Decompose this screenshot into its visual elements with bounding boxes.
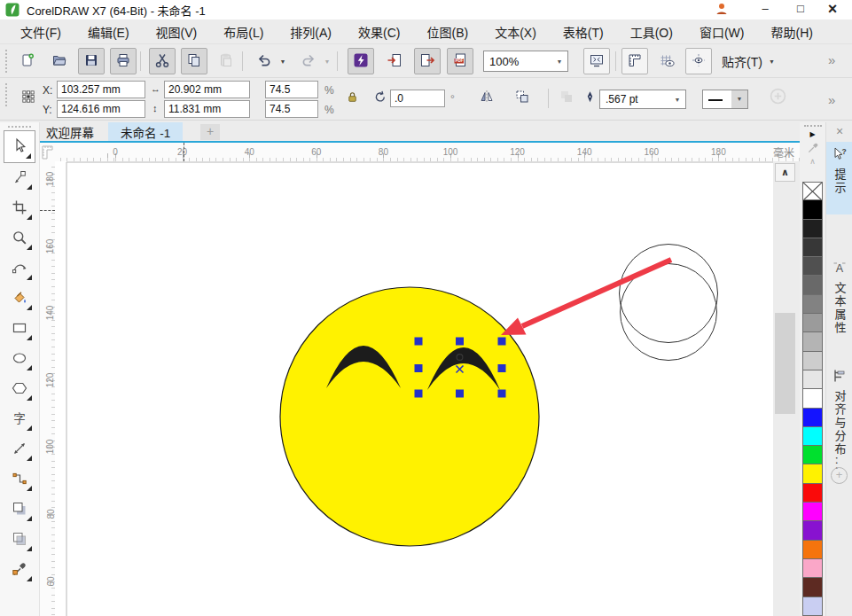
redo-dropdown-arrow[interactable]: ▼ bbox=[320, 48, 334, 74]
lock-ratio-icon[interactable] bbox=[346, 90, 359, 104]
line-style-combobox[interactable]: ▼ bbox=[702, 90, 748, 109]
vertical-scrollbar-thumb[interactable] bbox=[775, 313, 795, 414]
redo-button[interactable] bbox=[295, 48, 322, 74]
color-swatch[interactable] bbox=[802, 541, 823, 559]
scale-y-field[interactable]: 74.5 bbox=[265, 100, 318, 118]
color-swatch[interactable] bbox=[802, 559, 823, 578]
selection-handle[interactable] bbox=[415, 338, 423, 346]
object-order-button[interactable] bbox=[514, 89, 530, 105]
import-button[interactable] bbox=[381, 48, 408, 74]
paste-button[interactable] bbox=[213, 48, 239, 74]
selection-handle[interactable] bbox=[498, 338, 506, 346]
object-height-field[interactable]: 11.831 mm bbox=[164, 100, 250, 118]
color-swatch[interactable] bbox=[802, 409, 823, 427]
toolbar-overflow-button[interactable]: » bbox=[828, 52, 835, 67]
publish-to-pdf-button[interactable]: PDF bbox=[447, 48, 473, 74]
dimension-tool[interactable] bbox=[4, 434, 35, 464]
docker-tab-textprops[interactable]: A文本属性 bbox=[826, 255, 852, 347]
zoom-level-combobox[interactable]: 100% ▼ bbox=[483, 51, 568, 72]
menu-item[interactable]: 编辑(E) bbox=[74, 19, 143, 44]
search-content-button[interactable] bbox=[348, 48, 374, 74]
drawing-canvas[interactable] bbox=[55, 161, 773, 616]
ruler-origin-button[interactable] bbox=[40, 143, 55, 161]
account-icon[interactable] bbox=[715, 2, 729, 16]
color-swatch[interactable] bbox=[802, 370, 823, 389]
color-swatch[interactable] bbox=[802, 427, 823, 446]
color-swatch[interactable] bbox=[802, 597, 823, 616]
object-width-field[interactable]: 20.902 mm bbox=[164, 81, 250, 98]
rectangle-tool[interactable] bbox=[4, 314, 35, 344]
menu-item[interactable]: 帮助(H) bbox=[757, 19, 825, 44]
selection-handle[interactable] bbox=[456, 338, 464, 346]
print-document-button[interactable] bbox=[110, 48, 137, 74]
new-document-button[interactable] bbox=[14, 48, 41, 74]
y-position-field[interactable]: 124.616 mm bbox=[57, 100, 145, 118]
color-swatch[interactable] bbox=[802, 578, 823, 597]
color-swatch[interactable] bbox=[802, 314, 823, 332]
palette-flyout-button[interactable]: ▶ bbox=[800, 128, 825, 141]
color-swatch[interactable] bbox=[802, 295, 823, 314]
color-swatch[interactable] bbox=[802, 503, 823, 521]
color-swatch[interactable] bbox=[802, 238, 823, 257]
connector-tool[interactable] bbox=[4, 464, 35, 495]
menu-item[interactable]: 布局(L) bbox=[210, 19, 277, 44]
color-swatch[interactable] bbox=[802, 484, 823, 503]
color-swatch[interactable] bbox=[802, 389, 823, 408]
color-swatch[interactable] bbox=[802, 446, 823, 464]
ellipse-tool[interactable] bbox=[4, 344, 35, 374]
zoom-tool[interactable] bbox=[4, 223, 35, 253]
document-tab[interactable]: 欢迎屏幕 bbox=[34, 122, 106, 141]
color-swatch[interactable] bbox=[802, 220, 823, 238]
menu-item[interactable]: 文本(X) bbox=[481, 19, 550, 44]
snap-to-dropdown[interactable]: 贴齐(T) ▼ bbox=[722, 51, 775, 72]
color-swatch[interactable] bbox=[802, 352, 823, 370]
toolbar-grip[interactable] bbox=[5, 50, 8, 73]
show-guidelines-button[interactable] bbox=[685, 48, 712, 74]
menu-item[interactable]: 文件(F) bbox=[7, 19, 74, 44]
show-rulers-button[interactable] bbox=[621, 48, 648, 74]
cut-button[interactable] bbox=[149, 48, 176, 74]
scroll-up-button[interactable]: ∧ bbox=[775, 163, 795, 182]
x-position-field[interactable]: 103.257 mm bbox=[57, 81, 145, 98]
color-eyedropper-tool[interactable] bbox=[4, 555, 35, 585]
combine-button[interactable] bbox=[559, 89, 575, 105]
selection-handle[interactable] bbox=[415, 364, 423, 372]
palette-scroll-up-button[interactable]: ∧ bbox=[800, 154, 825, 168]
minimize-button[interactable]: – bbox=[752, 0, 778, 19]
docker-close-button[interactable]: × bbox=[832, 125, 848, 139]
text-tool[interactable]: 字 bbox=[4, 404, 35, 434]
freehand-tool[interactable] bbox=[4, 253, 35, 284]
vertical-ruler[interactable]: 1801601401201008060 bbox=[40, 161, 55, 616]
no-color-swatch[interactable] bbox=[802, 182, 823, 200]
drop-shadow-tool[interactable] bbox=[4, 495, 35, 525]
transparency-tool[interactable] bbox=[4, 525, 35, 555]
open-document-button[interactable] bbox=[46, 48, 73, 74]
color-swatch[interactable] bbox=[802, 257, 823, 276]
color-swatch[interactable] bbox=[802, 276, 823, 294]
palette-eyedropper-icon[interactable] bbox=[800, 141, 825, 154]
mirror-horizontal-button[interactable] bbox=[479, 89, 495, 105]
chevron-down-icon[interactable]: ▼ bbox=[551, 58, 567, 65]
crop-tool[interactable] bbox=[4, 193, 35, 223]
selection-handle[interactable] bbox=[415, 390, 423, 398]
new-tab-button[interactable]: + bbox=[200, 124, 220, 140]
copy-button[interactable] bbox=[181, 48, 207, 74]
document-tab-active[interactable]: 未命名 -1 bbox=[108, 122, 183, 141]
selection-handle[interactable] bbox=[456, 390, 464, 398]
undo-button[interactable] bbox=[251, 48, 277, 74]
menu-item[interactable]: 效果(C) bbox=[345, 19, 413, 44]
property-bar-grip[interactable] bbox=[5, 83, 8, 106]
scale-x-field[interactable]: 74.5 bbox=[265, 81, 318, 98]
menu-item[interactable]: 视图(V) bbox=[143, 19, 211, 44]
color-swatch[interactable] bbox=[802, 464, 823, 483]
menu-item[interactable]: 位图(B) bbox=[413, 19, 481, 44]
menu-item[interactable]: 排列(A) bbox=[277, 19, 345, 44]
pick-tool[interactable] bbox=[4, 130, 35, 163]
selection-handle[interactable] bbox=[498, 364, 506, 372]
toolbox-grip[interactable] bbox=[8, 126, 31, 129]
color-swatch[interactable] bbox=[802, 521, 823, 540]
full-screen-preview-button[interactable] bbox=[583, 48, 610, 74]
property-bar-overflow-button[interactable]: » bbox=[828, 92, 835, 107]
horizontal-ruler[interactable]: 020406080100120140160180 bbox=[55, 143, 801, 161]
selection-handle[interactable] bbox=[498, 390, 506, 398]
